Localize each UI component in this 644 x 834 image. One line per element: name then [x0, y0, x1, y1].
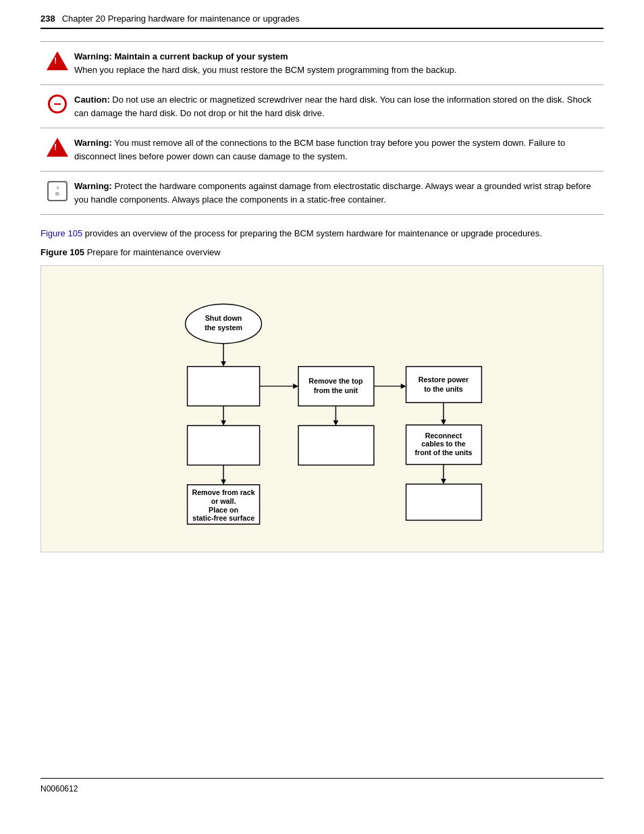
reconnect-label3: front of the units: [415, 448, 473, 456]
warning-block-esd: ⏚≋ Warning: Protect the hardware compone…: [41, 172, 603, 215]
esd-icon: ⏚≋: [47, 181, 68, 201]
caution-body: Do not use an electric or magnetized scr…: [74, 95, 591, 118]
svg-marker-15: [441, 479, 446, 484]
remove-top-label1: Remove the top: [308, 376, 363, 384]
svg-marker-7: [293, 384, 298, 389]
svg-marker-1: [221, 361, 226, 366]
figure-number: Figure 105: [41, 247, 84, 257]
warning-triangle-icon-2: [47, 138, 68, 157]
restore-power-label1: Restore power: [419, 375, 468, 383]
warning-text-esd: Warning: Protect the hardware components…: [74, 180, 603, 206]
svg-marker-11: [401, 384, 406, 389]
box2-node: [188, 425, 260, 465]
overview-description: provides an overview of the process for …: [82, 228, 542, 238]
warning-label-esd: Warning:: [74, 181, 112, 191]
diagram-container: .node-rect { fill: #fff; stroke: #000; s…: [41, 265, 603, 552]
page-header: 238 Chapter 20 Preparing hardware for ma…: [41, 14, 603, 29]
remove-rack-label1: Remove from rack: [192, 488, 254, 496]
svg-marker-3: [221, 420, 226, 425]
caution-label: Caution:: [74, 95, 110, 105]
caution-circle-icon: [48, 95, 67, 113]
page-footer: N0060612: [41, 778, 603, 793]
svg-marker-5: [221, 479, 226, 485]
caution-text: Caution: Do not use an electric or magne…: [74, 93, 603, 120]
remove-rack-label3: Place on: [209, 505, 238, 513]
reconnect-label1: Reconnect: [425, 431, 462, 439]
warning-body-1: When you replace the hard disk, you must…: [74, 65, 456, 75]
page-number: 238: [41, 14, 55, 24]
shutdown-label: Shut down: [205, 314, 242, 322]
warning-block-1: Warning: Maintain a current backup of yo…: [41, 41, 603, 85]
warning-triangle-icon-1: [47, 51, 68, 70]
warning-text-1: Warning: Maintain a current backup of yo…: [74, 50, 603, 76]
remove-top-label2: from the unit: [314, 386, 358, 394]
figure-caption-text: Prepare for maintenance overview: [84, 247, 221, 257]
esd-icon-area: ⏚≋: [41, 180, 74, 201]
footer-text: N0060612: [41, 784, 78, 793]
caution-block: Caution: Do not use an electric or magne…: [41, 85, 603, 128]
warning-text-2: Warning: You must remove all of the conn…: [74, 136, 603, 163]
reconnect-label2: cables to the: [421, 440, 465, 448]
shutdown-label2: the system: [205, 323, 242, 332]
figure-caption: Figure 105 Prepare for maintenance overv…: [41, 247, 603, 257]
svg-marker-13: [441, 419, 446, 425]
warning-body-esd: Protect the hardware components against …: [74, 181, 591, 205]
remove-rack-label2: or wall.: [211, 496, 236, 504]
page-title: Chapter 20 Preparing hardware for mainte…: [62, 14, 300, 24]
warning-icon-area-1: [41, 50, 74, 70]
warning-icon-area-2: [41, 136, 74, 157]
overview-text: Figure 105 provides an overview of the p…: [41, 227, 603, 240]
figure-link[interactable]: Figure 105: [41, 228, 82, 238]
box3-node: [298, 425, 374, 465]
caution-icon-area: [41, 93, 74, 113]
box1-node: [188, 366, 260, 405]
warning-label-2: Warning:: [74, 138, 112, 148]
restore-power-label2: to the units: [424, 384, 463, 392]
remove-rack-label4: static-free surface: [192, 514, 254, 522]
warning-block-2: Warning: You must remove all of the conn…: [41, 128, 603, 172]
warning-body-2: You must remove all of the connections t…: [74, 138, 565, 161]
box4-node: [406, 484, 482, 520]
svg-marker-9: [333, 420, 339, 425]
warning-label-1: Warning: Maintain a current backup of yo…: [74, 51, 288, 61]
flow-diagram: .node-rect { fill: #fff; stroke: #000; s…: [68, 286, 576, 529]
